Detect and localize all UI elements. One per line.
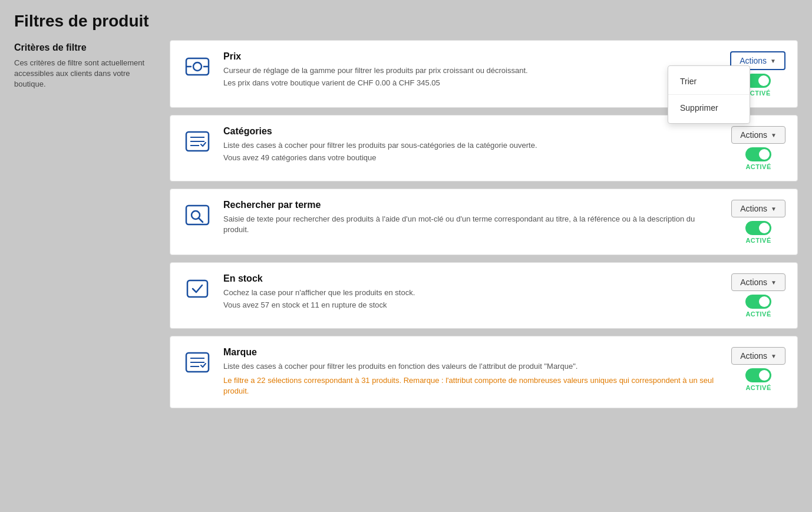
card-icon-marque: [182, 347, 213, 378]
filter-card-marque: Marque Liste des cases à cocher pour fil…: [170, 336, 798, 408]
toggle-wrap-en-stock: ACTIVÉ: [745, 295, 771, 318]
actions-dropdown: Trier Supprimer: [668, 65, 750, 124]
chevron-down-icon: ▼: [771, 132, 777, 138]
chevron-down-icon: ▼: [770, 58, 776, 64]
filter-card-en-stock: En stock Cochez la case pour n'afficher …: [170, 262, 798, 329]
dropdown-trier[interactable]: Trier: [668, 71, 750, 92]
dropdown-supprimer[interactable]: Supprimer: [668, 97, 750, 118]
sidebar-heading: Critères de filtre: [14, 42, 156, 53]
card-title-marque: Marque: [223, 347, 714, 358]
actions-button-categories[interactable]: Actions ▼: [731, 126, 785, 144]
card-title-rechercher: Rechercher par terme: [223, 200, 714, 210]
toggle-label-categories: ACTIVÉ: [745, 163, 771, 170]
card-actions-prix: Actions ▼ Trier Supprimer ACTIVÉ: [730, 51, 785, 97]
svg-line-10: [199, 218, 203, 222]
toggle-label-marque: ACTIVÉ: [745, 384, 771, 391]
toggle-marque[interactable]: [745, 368, 771, 382]
toggle-wrap-categories: ACTIVÉ: [745, 147, 771, 170]
card-desc-rechercher: Saisie de texte pour rechercher des prod…: [223, 214, 714, 235]
actions-button-marque[interactable]: Actions ▼: [731, 347, 785, 365]
card-icon-categories: [182, 126, 213, 157]
toggle-en-stock[interactable]: [745, 295, 771, 309]
card-info-prix: Les prix dans votre boutique varient de …: [223, 78, 712, 87]
card-content-prix: Prix Curseur de réglage de la gamme pour…: [223, 51, 712, 87]
chevron-down-icon: ▼: [771, 279, 777, 286]
card-desc-categories: Liste des cases à cocher pour filtrer le…: [223, 140, 714, 151]
svg-rect-11: [187, 280, 207, 297]
card-actions-marque: Actions ▼ ACTIVÉ: [731, 347, 785, 391]
chevron-down-icon: ▼: [771, 206, 777, 212]
filter-card-rechercher: Rechercher par terme Saisie de texte pou…: [170, 189, 798, 255]
card-actions-en-stock: Actions ▼ ACTIVÉ: [731, 273, 785, 318]
actions-button-rechercher[interactable]: Actions ▼: [731, 200, 785, 217]
actions-button-en-stock[interactable]: Actions ▼: [731, 273, 785, 291]
sidebar: Critères de filtre Ces critères de filtr…: [14, 40, 156, 90]
toggle-rechercher[interactable]: [745, 221, 771, 235]
svg-rect-8: [186, 206, 209, 224]
toggle-label-en-stock: ACTIVÉ: [745, 310, 771, 318]
card-desc-en-stock: Cochez la case pour n'afficher que les p…: [223, 288, 714, 298]
card-content-en-stock: En stock Cochez la case pour n'afficher …: [223, 273, 714, 309]
card-title-en-stock: En stock: [223, 273, 714, 284]
card-icon-prix: [182, 51, 213, 82]
toggle-wrap-marque: ACTIVÉ: [745, 368, 771, 391]
card-desc-prix: Curseur de réglage de la gamme pour filt…: [223, 65, 712, 76]
filter-cards: Prix Curseur de réglage de la gamme pour…: [170, 40, 798, 408]
sidebar-description: Ces critères de filtre sont actuellement…: [14, 58, 156, 90]
card-info-en-stock: Vous avez 57 en stock et 11 en rupture d…: [223, 300, 714, 309]
page-title: Filtres de produit: [14, 12, 798, 31]
card-desc-marque: Liste des cases à cocher pour filtrer le…: [223, 361, 714, 372]
svg-point-1: [193, 62, 202, 71]
card-icon-en-stock: [182, 273, 213, 304]
card-actions-categories: Actions ▼ ACTIVÉ: [731, 126, 785, 170]
filter-card-categories: Catégories Liste des cases à cocher pour…: [170, 115, 798, 181]
card-content-marque: Marque Liste des cases à cocher pour fil…: [223, 347, 714, 397]
card-title-prix: Prix: [223, 51, 712, 62]
card-content-categories: Catégories Liste des cases à cocher pour…: [223, 126, 714, 162]
card-info-categories: Vous avez 49 catégories dans votre bouti…: [223, 153, 714, 162]
card-content-rechercher: Rechercher par terme Saisie de texte pou…: [223, 200, 714, 237]
card-warning-marque: Le filtre a 22 sélections correspondant …: [223, 375, 714, 397]
toggle-wrap-rechercher: ACTIVÉ: [745, 221, 771, 244]
card-title-categories: Catégories: [223, 126, 714, 137]
filter-card-prix: Prix Curseur de réglage de la gamme pour…: [170, 40, 798, 108]
card-icon-rechercher: [182, 200, 213, 230]
toggle-categories[interactable]: [745, 147, 771, 161]
toggle-label-rechercher: ACTIVÉ: [745, 237, 771, 244]
chevron-down-icon: ▼: [771, 353, 777, 359]
card-actions-rechercher: Actions ▼ ACTIVÉ: [731, 200, 785, 244]
